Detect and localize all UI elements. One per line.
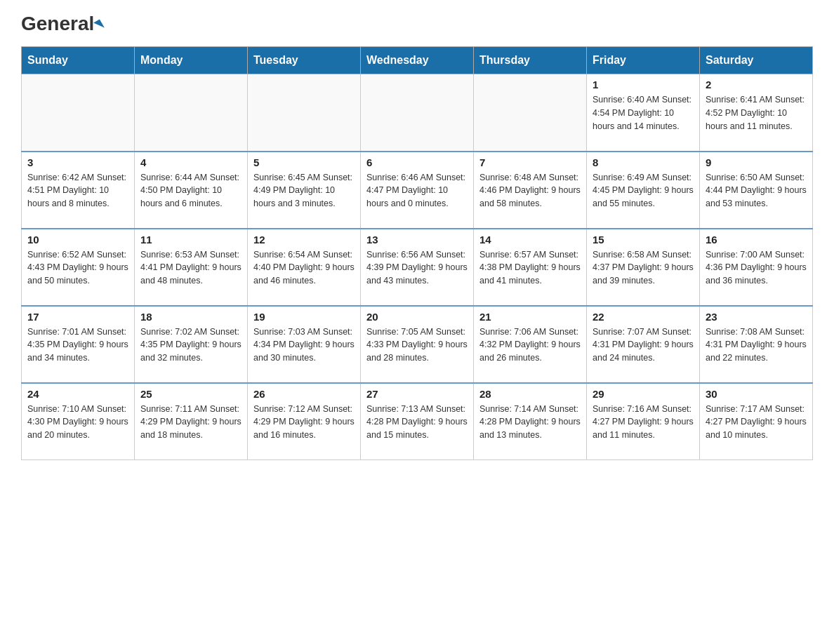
day-info: Sunrise: 6:46 AM Sunset: 4:47 PM Dayligh…: [366, 171, 468, 210]
day-info: Sunrise: 6:54 AM Sunset: 4:40 PM Dayligh…: [253, 248, 355, 288]
logo: General: [21, 14, 102, 32]
day-info: Sunrise: 6:56 AM Sunset: 4:39 PM Dayligh…: [366, 248, 468, 288]
day-number: 15: [593, 234, 694, 246]
calendar-cell: 24Sunrise: 7:10 AM Sunset: 4:30 PM Dayli…: [22, 383, 135, 460]
calendar-cell: 14Sunrise: 6:57 AM Sunset: 4:38 PM Dayli…: [474, 229, 587, 306]
calendar-cell: 16Sunrise: 7:00 AM Sunset: 4:36 PM Dayli…: [700, 229, 813, 306]
day-info: Sunrise: 6:52 AM Sunset: 4:43 PM Dayligh…: [27, 248, 128, 288]
day-number: 4: [140, 156, 241, 168]
week-row-2: 3Sunrise: 6:42 AM Sunset: 4:51 PM Daylig…: [22, 152, 813, 229]
day-number: 7: [479, 156, 581, 168]
day-number: 14: [479, 234, 581, 246]
day-info: Sunrise: 7:16 AM Sunset: 4:27 PM Dayligh…: [593, 403, 694, 442]
calendar-cell: 8Sunrise: 6:49 AM Sunset: 4:45 PM Daylig…: [587, 152, 700, 229]
calendar-cell: 7Sunrise: 6:48 AM Sunset: 4:46 PM Daylig…: [474, 152, 587, 229]
day-number: 27: [366, 388, 468, 400]
day-number: 10: [27, 234, 128, 246]
day-number: 28: [479, 388, 581, 400]
day-info: Sunrise: 7:12 AM Sunset: 4:29 PM Dayligh…: [253, 403, 355, 442]
calendar-cell: 13Sunrise: 6:56 AM Sunset: 4:39 PM Dayli…: [361, 229, 474, 306]
day-number: 30: [706, 388, 807, 400]
calendar-cell: 11Sunrise: 6:53 AM Sunset: 4:41 PM Dayli…: [135, 229, 248, 306]
week-row-5: 24Sunrise: 7:10 AM Sunset: 4:30 PM Dayli…: [22, 383, 813, 460]
day-info: Sunrise: 7:07 AM Sunset: 4:31 PM Dayligh…: [593, 326, 694, 365]
day-info: Sunrise: 6:53 AM Sunset: 4:41 PM Dayligh…: [140, 248, 241, 288]
calendar-cell: 9Sunrise: 6:50 AM Sunset: 4:44 PM Daylig…: [700, 152, 813, 229]
calendar-cell: 1Sunrise: 6:40 AM Sunset: 4:54 PM Daylig…: [587, 74, 700, 152]
day-info: Sunrise: 7:13 AM Sunset: 4:28 PM Dayligh…: [366, 403, 468, 442]
day-number: 19: [253, 311, 355, 323]
calendar-cell: [248, 74, 361, 152]
day-number: 5: [253, 156, 355, 168]
day-info: Sunrise: 6:57 AM Sunset: 4:38 PM Dayligh…: [479, 248, 581, 288]
day-info: Sunrise: 6:58 AM Sunset: 4:37 PM Dayligh…: [593, 248, 694, 288]
week-row-1: 1Sunrise: 6:40 AM Sunset: 4:54 PM Daylig…: [22, 74, 813, 152]
weekday-header-wednesday: Wednesday: [361, 47, 474, 74]
header: General: [21, 14, 813, 32]
day-number: 21: [479, 311, 581, 323]
day-number: 8: [593, 156, 694, 168]
logo-triangle-icon: [93, 19, 105, 31]
calendar-cell: 27Sunrise: 7:13 AM Sunset: 4:28 PM Dayli…: [361, 383, 474, 460]
day-number: 17: [27, 311, 128, 323]
day-number: 29: [593, 388, 694, 400]
week-row-3: 10Sunrise: 6:52 AM Sunset: 4:43 PM Dayli…: [22, 229, 813, 306]
day-info: Sunrise: 6:42 AM Sunset: 4:51 PM Dayligh…: [27, 171, 128, 210]
day-number: 9: [706, 156, 807, 168]
day-number: 1: [593, 79, 694, 90]
calendar-cell: 20Sunrise: 7:05 AM Sunset: 4:33 PM Dayli…: [361, 306, 474, 383]
calendar-cell: [22, 74, 135, 152]
calendar-cell: 2Sunrise: 6:41 AM Sunset: 4:52 PM Daylig…: [700, 74, 813, 152]
day-number: 18: [140, 311, 241, 323]
day-number: 23: [706, 311, 807, 323]
calendar-cell: 17Sunrise: 7:01 AM Sunset: 4:35 PM Dayli…: [22, 306, 135, 383]
weekday-header-tuesday: Tuesday: [248, 47, 361, 74]
calendar-cell: 25Sunrise: 7:11 AM Sunset: 4:29 PM Dayli…: [135, 383, 248, 460]
calendar-cell: 21Sunrise: 7:06 AM Sunset: 4:32 PM Dayli…: [474, 306, 587, 383]
day-number: 12: [253, 234, 355, 246]
week-row-4: 17Sunrise: 7:01 AM Sunset: 4:35 PM Dayli…: [22, 306, 813, 383]
calendar-cell: 12Sunrise: 6:54 AM Sunset: 4:40 PM Dayli…: [248, 229, 361, 306]
day-info: Sunrise: 7:17 AM Sunset: 4:27 PM Dayligh…: [706, 403, 807, 442]
calendar-cell: 4Sunrise: 6:44 AM Sunset: 4:50 PM Daylig…: [135, 152, 248, 229]
calendar-cell: 19Sunrise: 7:03 AM Sunset: 4:34 PM Dayli…: [248, 306, 361, 383]
day-number: 3: [27, 156, 128, 168]
day-info: Sunrise: 6:41 AM Sunset: 4:52 PM Dayligh…: [706, 93, 807, 133]
weekday-header-thursday: Thursday: [474, 47, 587, 74]
day-info: Sunrise: 6:45 AM Sunset: 4:49 PM Dayligh…: [253, 171, 355, 210]
calendar-cell: 15Sunrise: 6:58 AM Sunset: 4:37 PM Dayli…: [587, 229, 700, 306]
day-info: Sunrise: 7:14 AM Sunset: 4:28 PM Dayligh…: [479, 403, 581, 442]
calendar-cell: 6Sunrise: 6:46 AM Sunset: 4:47 PM Daylig…: [361, 152, 474, 229]
calendar-cell: 22Sunrise: 7:07 AM Sunset: 4:31 PM Dayli…: [587, 306, 700, 383]
day-number: 16: [706, 234, 807, 246]
calendar-cell: [474, 74, 587, 152]
day-info: Sunrise: 7:06 AM Sunset: 4:32 PM Dayligh…: [479, 326, 581, 365]
calendar-cell: 29Sunrise: 7:16 AM Sunset: 4:27 PM Dayli…: [587, 383, 700, 460]
weekday-header-sunday: Sunday: [22, 47, 135, 74]
day-info: Sunrise: 6:50 AM Sunset: 4:44 PM Dayligh…: [706, 171, 807, 210]
calendar-cell: 30Sunrise: 7:17 AM Sunset: 4:27 PM Dayli…: [700, 383, 813, 460]
calendar-cell: 5Sunrise: 6:45 AM Sunset: 4:49 PM Daylig…: [248, 152, 361, 229]
calendar-cell: 26Sunrise: 7:12 AM Sunset: 4:29 PM Dayli…: [248, 383, 361, 460]
day-info: Sunrise: 6:49 AM Sunset: 4:45 PM Dayligh…: [593, 171, 694, 210]
day-number: 11: [140, 234, 241, 246]
day-number: 13: [366, 234, 468, 246]
weekday-header-saturday: Saturday: [700, 47, 813, 74]
logo-general: General: [21, 14, 102, 34]
calendar-cell: 10Sunrise: 6:52 AM Sunset: 4:43 PM Dayli…: [22, 229, 135, 306]
day-info: Sunrise: 6:44 AM Sunset: 4:50 PM Dayligh…: [140, 171, 241, 210]
day-number: 2: [706, 79, 807, 90]
weekday-header-row: SundayMondayTuesdayWednesdayThursdayFrid…: [22, 47, 813, 74]
day-info: Sunrise: 7:03 AM Sunset: 4:34 PM Dayligh…: [253, 326, 355, 365]
weekday-header-friday: Friday: [587, 47, 700, 74]
day-info: Sunrise: 7:08 AM Sunset: 4:31 PM Dayligh…: [706, 326, 807, 365]
calendar-cell: 28Sunrise: 7:14 AM Sunset: 4:28 PM Dayli…: [474, 383, 587, 460]
day-number: 20: [366, 311, 468, 323]
day-info: Sunrise: 6:40 AM Sunset: 4:54 PM Dayligh…: [593, 93, 694, 133]
day-info: Sunrise: 7:11 AM Sunset: 4:29 PM Dayligh…: [140, 403, 241, 442]
day-number: 26: [253, 388, 355, 400]
calendar-cell: [135, 74, 248, 152]
day-number: 25: [140, 388, 241, 400]
day-info: Sunrise: 6:48 AM Sunset: 4:46 PM Dayligh…: [479, 171, 581, 210]
day-number: 22: [593, 311, 694, 323]
